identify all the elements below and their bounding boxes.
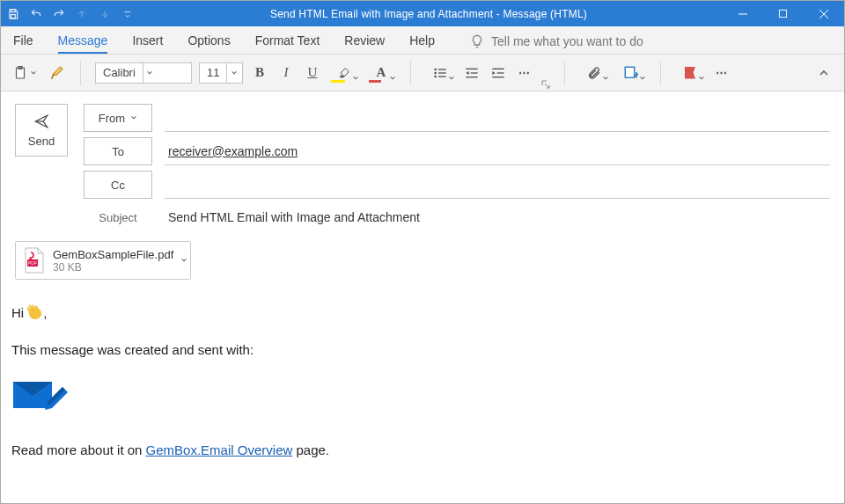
attachment-dropdown-icon[interactable] xyxy=(180,257,187,264)
message-body[interactable]: Hi , This message was created and sent w… xyxy=(1,287,844,494)
attachment-name: GemBoxSampleFile.pdf xyxy=(53,248,173,261)
subject-field[interactable] xyxy=(165,204,830,230)
paragraph-dialog-launcher-icon[interactable] xyxy=(541,80,550,89)
title-bar: Send HTML Email with Image and Attachmen… xyxy=(1,1,844,26)
save-icon[interactable] xyxy=(6,7,20,21)
svg-point-12 xyxy=(434,75,437,77)
tab-review[interactable]: Review xyxy=(344,28,385,54)
line2-suffix: page. xyxy=(292,442,329,457)
tell-me-label: Tell me what you want to do xyxy=(491,34,643,48)
tab-message[interactable]: Message xyxy=(58,28,108,54)
tab-format-text[interactable]: Format Text xyxy=(255,28,320,54)
qat-customize-icon[interactable] xyxy=(121,7,135,21)
body-line2: Read more about it on GemBox.Email Overv… xyxy=(11,440,830,461)
down-arrow-icon xyxy=(98,7,112,21)
window-title: Send HTML Email with Image and Attachmen… xyxy=(270,8,587,20)
svg-rect-0 xyxy=(11,9,16,11)
gembox-overview-link[interactable]: GemBox.Email Overview xyxy=(146,442,293,457)
font-color-button[interactable]: A xyxy=(366,62,396,84)
signature-button[interactable] xyxy=(616,62,646,84)
bullets-button[interactable] xyxy=(425,62,455,84)
underline-button[interactable]: U xyxy=(303,62,322,84)
svg-point-8 xyxy=(434,68,437,70)
svg-rect-7 xyxy=(18,66,23,69)
tab-file[interactable]: File xyxy=(13,28,33,54)
increase-indent-button[interactable] xyxy=(489,62,508,84)
font-name-value: Calibri xyxy=(96,66,143,79)
from-button[interactable]: From xyxy=(84,104,152,132)
to-recipient[interactable]: receiver@example.com xyxy=(168,144,298,158)
follow-up-flag-button[interactable] xyxy=(675,62,705,84)
ribbon-toolbar: Calibri 11 B I U A ⋯ xyxy=(1,55,844,91)
highlight-button[interactable] xyxy=(329,62,359,84)
line2-prefix: Read more about it on xyxy=(11,442,146,457)
format-painter-button[interactable] xyxy=(47,62,66,84)
greeting-suffix: , xyxy=(43,305,47,320)
undo-icon[interactable] xyxy=(29,7,43,21)
cc-button[interactable]: Cc xyxy=(84,171,152,199)
close-button[interactable] xyxy=(804,1,844,26)
italic-button[interactable]: I xyxy=(276,62,296,84)
collapse-ribbon-button[interactable] xyxy=(814,62,834,84)
greeting-prefix: Hi xyxy=(11,305,27,320)
tell-me-search[interactable]: Tell me what you want to do xyxy=(470,34,643,54)
svg-point-10 xyxy=(434,71,437,74)
to-button[interactable]: To xyxy=(84,137,152,165)
send-label: Send xyxy=(28,135,55,148)
pdf-icon: PDF xyxy=(23,247,46,274)
maximize-button[interactable] xyxy=(763,1,804,26)
send-button[interactable]: Send xyxy=(15,104,68,157)
minimize-button[interactable] xyxy=(723,1,763,26)
font-size-value: 11 xyxy=(200,66,226,79)
up-arrow-icon xyxy=(75,7,89,21)
flag-icon xyxy=(685,67,695,79)
more-paragraph-button[interactable]: ⋯ xyxy=(515,62,534,84)
tab-insert[interactable]: Insert xyxy=(132,28,163,54)
svg-rect-3 xyxy=(780,10,787,17)
attachments-area: PDF GemBoxSampleFile.pdf 30 KB xyxy=(1,230,844,287)
from-label: From xyxy=(99,112,125,125)
tab-options[interactable]: Options xyxy=(187,28,230,54)
decrease-indent-button[interactable] xyxy=(462,62,481,84)
subject-label: Subject xyxy=(84,211,152,224)
attach-file-button[interactable] xyxy=(579,62,609,84)
lightbulb-icon xyxy=(470,34,484,48)
cc-label: Cc xyxy=(111,179,125,192)
cc-field[interactable] xyxy=(165,172,830,199)
tab-help[interactable]: Help xyxy=(409,28,435,54)
attachment-size: 30 KB xyxy=(53,261,173,274)
more-tags-button[interactable]: ⋯ xyxy=(712,62,731,84)
waving-hand-icon xyxy=(27,304,43,320)
redo-icon[interactable] xyxy=(52,7,66,21)
to-label: To xyxy=(112,145,124,158)
paste-button[interactable] xyxy=(10,62,40,84)
font-size-select[interactable]: 11 xyxy=(199,62,243,84)
ribbon-tabs: File Message Insert Options Format Text … xyxy=(1,26,844,55)
body-line1: This message was created and sent with: xyxy=(11,340,830,361)
message-header: Send From To receiver@example.com Cc Sub… xyxy=(1,91,844,230)
attachment-item[interactable]: PDF GemBoxSampleFile.pdf 30 KB xyxy=(15,241,191,280)
to-field[interactable]: receiver@example.com xyxy=(165,138,830,165)
gembox-email-logo-icon xyxy=(11,376,830,420)
svg-rect-1 xyxy=(11,14,16,18)
font-name-select[interactable]: Calibri xyxy=(95,62,192,84)
bold-button[interactable]: B xyxy=(250,62,269,84)
svg-rect-20 xyxy=(625,67,635,77)
body-greeting: Hi , xyxy=(11,303,830,324)
send-icon xyxy=(32,113,51,129)
from-field[interactable] xyxy=(165,105,830,132)
